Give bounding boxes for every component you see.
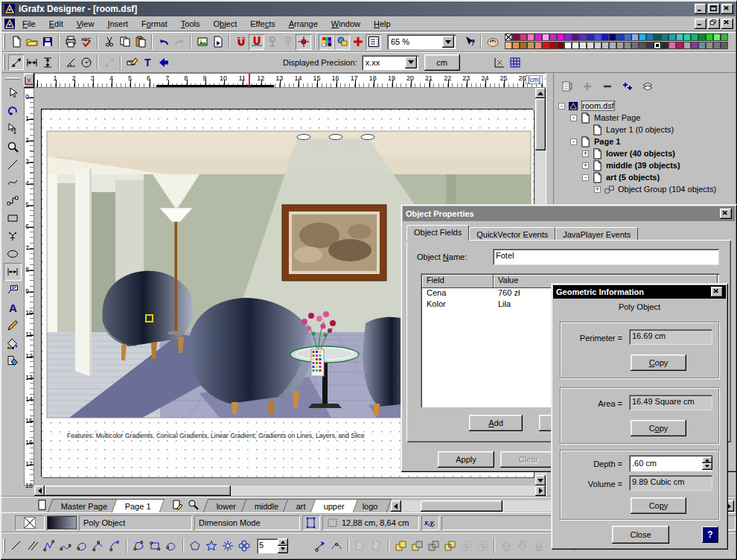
tree-item-lower[interactable]: +lower (40 objects) bbox=[558, 147, 736, 159]
zoom-button[interactable] bbox=[4, 138, 22, 156]
color-swatch[interactable] bbox=[691, 34, 698, 41]
dim-text-button[interactable]: T bbox=[140, 54, 156, 70]
dim-auto-button[interactable] bbox=[101, 54, 117, 70]
tree-item-label[interactable]: Page 1 bbox=[594, 137, 620, 146]
color-swatch[interactable] bbox=[602, 34, 609, 41]
scroll-right-button[interactable] bbox=[535, 486, 546, 496]
tree-list-button[interactable] bbox=[558, 79, 576, 94]
tree-item-room.dsf[interactable]: -room.dsf bbox=[558, 100, 736, 112]
format-painter-button[interactable] bbox=[4, 352, 22, 370]
plus-expander[interactable]: + bbox=[594, 186, 601, 193]
color-swatch[interactable] bbox=[512, 42, 520, 49]
dialog-title-bar[interactable]: Geometric Information bbox=[553, 285, 726, 299]
color-swatch[interactable] bbox=[616, 42, 624, 49]
b-line-button[interactable] bbox=[8, 538, 25, 554]
tree-item-object[interactable]: +Object Group (104 objects) bbox=[558, 183, 736, 195]
horizontal-ruler[interactable]: 1234567891011121314151617181920212223242… bbox=[34, 73, 557, 88]
color-swatch[interactable] bbox=[505, 42, 512, 49]
unglue-button[interactable] bbox=[280, 34, 296, 50]
color-swatch[interactable] bbox=[624, 42, 631, 49]
copy-button[interactable] bbox=[117, 34, 133, 50]
color-swatch[interactable] bbox=[594, 34, 602, 41]
node-select-button[interactable] bbox=[4, 120, 22, 138]
color-swatch[interactable] bbox=[557, 34, 564, 41]
tree-minus-button[interactable] bbox=[599, 79, 616, 94]
color-swatch[interactable] bbox=[520, 42, 527, 49]
spell-check-button[interactable]: ABC bbox=[78, 34, 94, 50]
menu-help[interactable]: Help bbox=[367, 17, 398, 31]
close-dialog-button[interactable]: Close bbox=[612, 526, 669, 544]
plus-expander[interactable]: + bbox=[582, 162, 589, 169]
redo-button[interactable] bbox=[171, 34, 187, 50]
line-button[interactable] bbox=[4, 156, 22, 174]
b-slice-button[interactable] bbox=[474, 538, 491, 554]
snap-grid-button[interactable] bbox=[249, 34, 264, 50]
color-swatch[interactable] bbox=[661, 42, 669, 49]
color-swatch[interactable] bbox=[557, 42, 564, 49]
new-button[interactable] bbox=[8, 34, 24, 50]
menu-insert[interactable]: Insert bbox=[100, 17, 135, 31]
color-swatch[interactable] bbox=[631, 34, 639, 41]
print-button[interactable] bbox=[63, 34, 78, 50]
vertical-scroll-thumb[interactable] bbox=[535, 98, 546, 150]
unit-button[interactable]: cm bbox=[424, 54, 460, 71]
tree-item-label[interactable]: Layer 1 (0 objects) bbox=[606, 125, 674, 134]
b-polyline-button[interactable] bbox=[41, 538, 57, 554]
tree-item-label[interactable]: lower (40 objects) bbox=[606, 149, 675, 158]
line-style-preview[interactable] bbox=[15, 515, 45, 530]
column-header-field[interactable]: Field bbox=[422, 275, 494, 288]
tree-item-master[interactable]: -Master Page bbox=[558, 112, 736, 124]
shape-palette-button[interactable] bbox=[334, 34, 350, 50]
color-swatch[interactable] bbox=[631, 42, 639, 49]
color-grid-button[interactable] bbox=[319, 34, 334, 50]
precision-combo[interactable]: x.xx bbox=[362, 55, 418, 70]
color-swatch[interactable] bbox=[698, 42, 706, 49]
color-swatch[interactable] bbox=[549, 34, 557, 41]
mdi-restore-button[interactable] bbox=[708, 19, 720, 29]
b-star-button[interactable] bbox=[203, 538, 220, 554]
text-button[interactable]: A bbox=[4, 299, 22, 316]
menu-effects[interactable]: Effects bbox=[243, 17, 281, 31]
color-swatch[interactable] bbox=[646, 42, 654, 49]
color-swatch[interactable] bbox=[654, 42, 661, 49]
dialog-title-bar[interactable]: Object Properties bbox=[403, 206, 735, 221]
b-weld-button[interactable] bbox=[392, 538, 409, 554]
color-swatch[interactable] bbox=[587, 42, 594, 49]
minus-expander[interactable]: - bbox=[570, 115, 577, 121]
b-clover-button[interactable] bbox=[236, 538, 252, 554]
color-swatch[interactable] bbox=[683, 34, 691, 41]
b-polygon-button[interactable] bbox=[130, 538, 147, 554]
menu-arrange[interactable]: Arrange bbox=[282, 17, 325, 31]
tree-item-middle[interactable]: +middle (39 objects) bbox=[558, 159, 736, 171]
color-palette-button[interactable] bbox=[485, 34, 500, 50]
b-curve-button[interactable] bbox=[57, 538, 74, 554]
color-swatch[interactable] bbox=[572, 34, 579, 41]
sides-spinner[interactable]: 5 bbox=[257, 538, 288, 553]
depth-field[interactable]: .60 cm bbox=[629, 455, 712, 471]
plus-expander[interactable]: + bbox=[582, 150, 589, 157]
dim-v-button[interactable] bbox=[39, 54, 55, 70]
menu-edit[interactable]: Edit bbox=[42, 17, 70, 31]
select-button[interactable] bbox=[4, 84, 22, 102]
vertical-ruler[interactable]: 0123456789101112131415161718 bbox=[24, 88, 34, 486]
spin-down-button[interactable] bbox=[278, 546, 288, 553]
color-swatch[interactable] bbox=[706, 34, 713, 41]
toolbar-grip[interactable] bbox=[3, 34, 5, 49]
color-swatch[interactable] bbox=[616, 34, 624, 41]
b-front-button[interactable] bbox=[498, 538, 514, 554]
tree-layers-button[interactable] bbox=[639, 79, 657, 94]
color-swatch[interactable] bbox=[639, 42, 646, 49]
tree-item-label[interactable]: middle (39 objects) bbox=[606, 161, 680, 170]
tree-plus-button[interactable] bbox=[578, 79, 596, 94]
b-rect-button[interactable] bbox=[147, 538, 163, 554]
menu-view[interactable]: View bbox=[70, 17, 101, 31]
back-arrow-button[interactable] bbox=[156, 54, 171, 70]
minimize-button[interactable] bbox=[695, 4, 706, 14]
depth-spin-down-button[interactable] bbox=[702, 463, 712, 470]
b-free-button[interactable] bbox=[163, 538, 179, 554]
tree-item-layer[interactable]: Layer 1 (0 objects) bbox=[558, 124, 736, 136]
color-swatch[interactable] bbox=[535, 42, 542, 49]
dim-angle-button[interactable] bbox=[63, 54, 78, 70]
tree-expand-button[interactable] bbox=[619, 79, 636, 94]
fill-style-preview[interactable] bbox=[47, 515, 77, 530]
